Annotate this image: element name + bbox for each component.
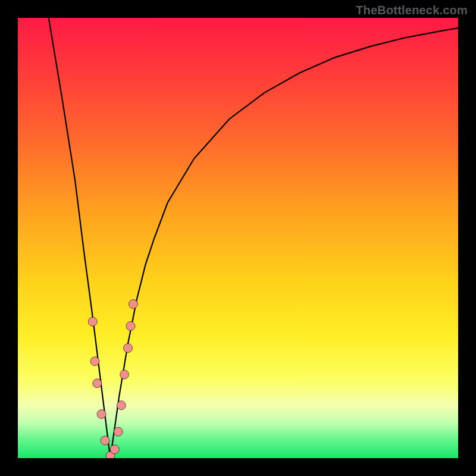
- bottleneck-curve: [49, 18, 458, 458]
- curve-marker: [97, 410, 106, 419]
- curve-marker: [93, 379, 102, 388]
- curve-marker: [101, 436, 109, 445]
- curve-marker: [90, 357, 99, 366]
- chart-svg: [18, 18, 458, 458]
- plot-area: [18, 18, 458, 458]
- curve-markers: [88, 300, 137, 459]
- curve-marker: [120, 370, 129, 379]
- curve-marker: [126, 322, 135, 331]
- curve-marker: [129, 300, 137, 309]
- curve-marker: [110, 445, 119, 454]
- chart-frame: TheBottleneck.com: [0, 0, 476, 476]
- curve-marker: [88, 317, 97, 326]
- curve-marker: [117, 401, 126, 410]
- curve-marker: [114, 427, 123, 436]
- watermark-text: TheBottleneck.com: [356, 4, 468, 17]
- curve-marker: [124, 344, 133, 353]
